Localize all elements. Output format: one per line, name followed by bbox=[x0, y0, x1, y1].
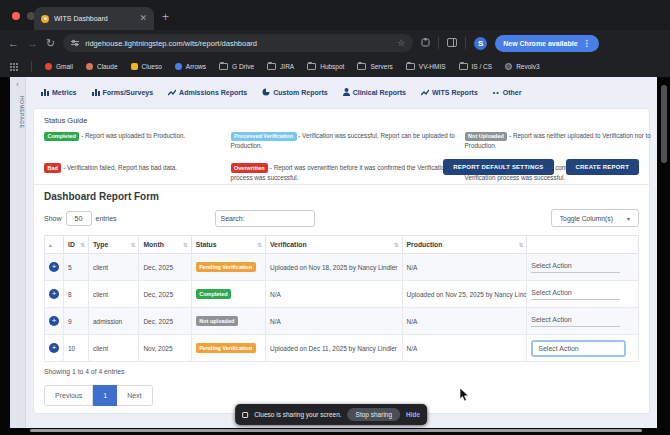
sort-icon: ⇅ bbox=[80, 242, 85, 248]
column-header-month[interactable]: Month⇅ bbox=[139, 236, 191, 254]
status-badge: Completed bbox=[196, 289, 231, 299]
pie-chart-icon bbox=[262, 88, 270, 96]
show-label: Show bbox=[44, 215, 62, 222]
tab-custom-reports[interactable]: Custom Reports bbox=[262, 88, 327, 96]
bookmark-folder-vvhmis[interactable]: VV-HMIS bbox=[406, 63, 446, 70]
collapse-sidebar-icon[interactable]: ‹ bbox=[10, 81, 25, 88]
cell-type: client bbox=[88, 281, 138, 308]
monitor-icon bbox=[242, 412, 248, 418]
bookmark-arrows[interactable]: Arrows bbox=[175, 63, 206, 70]
tab-metrics[interactable]: Metrics bbox=[41, 89, 77, 96]
expand-row-button[interactable]: + bbox=[49, 262, 59, 272]
browser-tab[interactable]: WITS Dashboard ✕ bbox=[34, 7, 154, 30]
share-toast-text: Clueso is sharing your screen. bbox=[254, 411, 341, 418]
mouse-cursor bbox=[459, 388, 471, 402]
bookmark-folder-iscs[interactable]: IS / CS bbox=[459, 63, 493, 70]
pagination-next[interactable]: Next bbox=[117, 385, 152, 406]
cell-id: 5 bbox=[64, 254, 89, 281]
bookmark-clueso[interactable]: Clueso bbox=[131, 63, 162, 70]
expand-row-button[interactable]: + bbox=[49, 316, 59, 326]
tab-forms-surveys[interactable]: Forms/Surveys bbox=[92, 89, 154, 96]
status-guide-item: Completed - Report was uploaded to Produ… bbox=[44, 131, 223, 151]
folder-icon bbox=[267, 63, 276, 70]
select-action-dropdown[interactable]: Select Action bbox=[531, 262, 619, 273]
tab-other[interactable]: •• Other bbox=[493, 89, 522, 96]
pagination-page-1[interactable]: 1 bbox=[93, 385, 117, 406]
bookmark-revolv3[interactable]: Revolv3 bbox=[505, 63, 539, 70]
column-header-expand[interactable]: ▴ bbox=[45, 236, 64, 254]
collapsed-sidebar[interactable]: ‹ HOMEPAGE bbox=[10, 77, 26, 428]
sort-icon: ⇅ bbox=[519, 242, 524, 248]
bookmark-folder-jira[interactable]: JIRA bbox=[267, 63, 294, 70]
report-default-settings-button[interactable]: REPORT DEFAULT SETTINGS bbox=[443, 159, 553, 175]
column-header-id[interactable]: ID⇅ bbox=[64, 236, 89, 254]
back-button[interactable]: ← bbox=[8, 38, 19, 49]
apps-grid-icon[interactable] bbox=[10, 63, 18, 71]
reload-button[interactable]: ↻ bbox=[46, 38, 55, 49]
select-action-dropdown[interactable]: Select Action bbox=[531, 316, 619, 327]
expand-row-button[interactable]: + bbox=[49, 343, 59, 353]
window-titlebar: WITS Dashboard ✕ + bbox=[0, 0, 670, 30]
select-action-dropdown-focused[interactable]: Select Action bbox=[531, 340, 626, 357]
toggle-columns-dropdown[interactable]: Toggle Column(s) ▾ bbox=[551, 209, 639, 227]
screen-share-toast: Clueso is sharing your screen. Stop shar… bbox=[235, 404, 427, 425]
column-header-status[interactable]: Status⇅ bbox=[191, 236, 265, 254]
select-action-dropdown[interactable]: Select Action bbox=[531, 289, 619, 300]
cell-production: N/A bbox=[402, 308, 527, 335]
search-box[interactable]: Search: bbox=[215, 210, 315, 227]
cell-verification: Uploaded on Nov 18, 2025 by Nancy Lindle… bbox=[265, 254, 402, 281]
vertical-scrollbar[interactable] bbox=[661, 85, 667, 163]
bookmark-gmail[interactable]: Gmail bbox=[45, 63, 73, 70]
status-badge: Not uploaded bbox=[196, 316, 238, 326]
cell-month: Dec, 2025 bbox=[139, 254, 191, 281]
column-header-action bbox=[527, 236, 639, 254]
new-tab-button[interactable]: + bbox=[162, 11, 169, 23]
stop-sharing-button[interactable]: Stop sharing bbox=[348, 408, 401, 421]
bookmark-star-icon[interactable]: ☆ bbox=[397, 38, 405, 48]
search-input[interactable] bbox=[249, 215, 309, 222]
extensions-icon[interactable] bbox=[421, 38, 430, 49]
bookmarks-divider bbox=[31, 61, 32, 72]
report-table: ▴ ID⇅ Type⇅ Month⇅ Status⇅ Verification⇅… bbox=[44, 235, 639, 362]
sort-icon: ⇅ bbox=[394, 242, 399, 248]
cell-type: client bbox=[88, 335, 138, 362]
status-guide-item: Not Uploaded - Report was neither upload… bbox=[465, 131, 655, 151]
site-settings-icon[interactable] bbox=[71, 39, 79, 47]
sidebar-item-homepage[interactable]: HOMEPAGE bbox=[10, 96, 25, 129]
bookmark-folder-gdrive[interactable]: G Drive bbox=[219, 63, 254, 70]
bookmark-folder-hubspot[interactable]: Hubspot bbox=[307, 63, 344, 70]
profile-avatar[interactable]: S bbox=[474, 37, 487, 50]
pagination-previous[interactable]: Previous bbox=[44, 385, 93, 406]
close-window-button[interactable] bbox=[12, 12, 20, 20]
table-row: + 9 admission Dec, 2025 Not uploaded N/A… bbox=[45, 308, 639, 335]
table-summary: Showing 1 to 4 of 4 entries bbox=[44, 368, 639, 375]
tab-wits-reports[interactable]: WITS Reports bbox=[421, 89, 478, 96]
chrome-update-button[interactable]: New Chrome available ⋮ bbox=[495, 35, 598, 52]
entries-count-input[interactable] bbox=[66, 211, 92, 226]
bookmark-folder-servers[interactable]: Servers bbox=[357, 63, 392, 70]
browser-menu-icon[interactable]: ⋮ bbox=[583, 39, 591, 48]
bookmark-claude[interactable]: Claude bbox=[86, 63, 118, 70]
forward-button[interactable]: → bbox=[27, 38, 38, 49]
column-header-production[interactable]: Production⇅ bbox=[402, 236, 527, 254]
tab-admissions-reports[interactable]: Admissions Reports bbox=[168, 89, 247, 96]
table-row: + 10 client Nov, 2025 Pending Verificati… bbox=[45, 335, 639, 362]
line-chart-icon bbox=[168, 89, 176, 96]
bar-chart-icon bbox=[92, 89, 100, 96]
expand-row-button[interactable]: + bbox=[49, 289, 59, 299]
table-row: + 8 client Dec, 2025 Completed N/A Uploa… bbox=[45, 281, 639, 308]
table-controls: Show entries Search: Toggle Column(s) ▾ bbox=[44, 209, 639, 227]
address-bar[interactable]: ridgehouse.lightningstep.com/wits/report… bbox=[63, 34, 413, 52]
hide-toast-link[interactable]: Hide bbox=[406, 411, 420, 418]
close-tab-icon[interactable]: ✕ bbox=[139, 14, 147, 23]
create-report-button[interactable]: CREATE REPORT bbox=[566, 159, 640, 175]
tab-clinical-reports[interactable]: Clinical Reports bbox=[343, 88, 406, 96]
url-text[interactable]: ridgehouse.lightningstep.com/wits/report… bbox=[85, 39, 391, 48]
horizontal-scrollbar[interactable] bbox=[30, 429, 642, 432]
column-header-type[interactable]: Type⇅ bbox=[88, 236, 138, 254]
side-panel-icon[interactable] bbox=[447, 38, 457, 49]
status-badge-overwritten: Overwritten bbox=[231, 163, 269, 173]
gmail-icon bbox=[45, 63, 52, 70]
column-header-verification[interactable]: Verification⇅ bbox=[265, 236, 402, 254]
folder-icon bbox=[307, 63, 316, 70]
